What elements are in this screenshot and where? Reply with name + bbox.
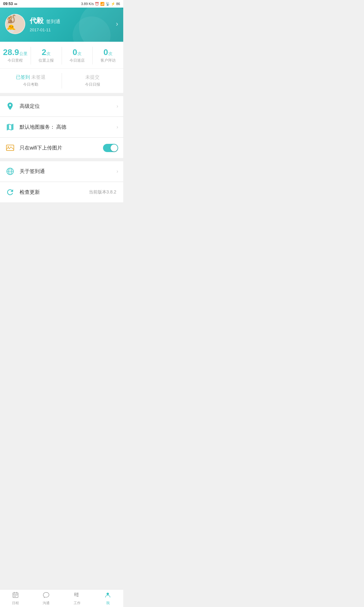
location-label: 高级定位 — [20, 103, 117, 110]
stats-section: 28.9 公里 今日里程 2 次 位置上报 0 次 今日巡店 0 次 客户拜访 — [0, 42, 123, 68]
stat-location-label: 位置上报 — [32, 58, 60, 63]
menu-item-wifi-upload[interactable]: 只在wifi下上传图片 — [0, 138, 123, 158]
section-divider-1 — [0, 93, 123, 96]
attendance-section: 已签到 未签退 今日考勤 未提交 今日日报 — [0, 69, 123, 93]
section-divider-2 — [0, 158, 123, 161]
not-submitted-label: 未提交 — [85, 74, 100, 80]
app-name: 签到通 — [46, 19, 60, 25]
stat-visit-number: 0 — [103, 48, 108, 56]
checkin-status: 已签到 未签退 — [0, 74, 62, 80]
stat-visit-label: 客户拜访 — [94, 58, 122, 63]
menu-item-update[interactable]: 检查更新 当前版本3.8.2 — [0, 182, 123, 202]
location-icon — [5, 101, 15, 111]
stat-mileage-label: 今日里程 — [1, 58, 29, 63]
stat-visit: 0 次 客户拜访 — [93, 47, 123, 64]
svg-point-1 — [8, 146, 9, 148]
signed-label: 已签到 — [16, 74, 30, 80]
stat-mileage: 28.9 公里 今日里程 — [0, 47, 31, 64]
daily-report-label: 今日日报 — [62, 82, 124, 87]
update-label: 检查更新 — [20, 189, 89, 196]
infinity-icon: ∞ — [14, 1, 17, 6]
stat-patrol-unit: 次 — [77, 51, 82, 57]
report-status: 未提交 — [62, 74, 124, 80]
location-arrow-icon: › — [117, 103, 118, 109]
stat-location-number: 2 — [42, 48, 46, 56]
wifi-img-icon — [5, 143, 15, 153]
header-arrow-icon[interactable]: › — [116, 20, 118, 28]
status-time-area: 09:53 ∞ — [3, 1, 17, 6]
menu-item-location[interactable]: 高级定位 › — [0, 96, 123, 117]
about-label: 关于签到通 — [20, 168, 117, 175]
time-display: 09:53 — [3, 2, 13, 6]
user-name: 代毅 — [30, 16, 44, 26]
profile-header[interactable]: 🐒🐣 代毅 签到通 2017-01-11 › — [0, 8, 123, 42]
attendance-checkin: 已签到 未签退 今日考勤 — [0, 73, 62, 89]
about-arrow-icon: › — [117, 169, 118, 174]
map-arrow-icon: › — [117, 124, 118, 130]
stat-visit-unit: 次 — [108, 51, 112, 57]
user-info: 代毅 签到通 2017-01-11 — [30, 16, 60, 32]
signal-icon: 📡 — [106, 2, 110, 6]
menu-section-1: 高级定位 › 默认地图服务： 高德 › 只在wifi下 — [0, 96, 123, 158]
user-date: 2017-01-11 — [30, 28, 60, 32]
avatar: 🐒🐣 — [5, 14, 25, 34]
attendance-today-label: 今日考勤 — [0, 82, 62, 87]
globe-icon — [5, 166, 15, 176]
map-label: 默认地图服务： 高德 — [20, 124, 117, 131]
status-bar: 09:53 ∞ 3.89 K/s ⏰ 📶 📡 ⚡ 86 — [0, 0, 123, 8]
update-version: 当前版本3.8.2 — [89, 189, 116, 195]
attendance-report: 未提交 今日日报 — [62, 73, 124, 89]
menu-item-about[interactable]: 关于签到通 › — [0, 161, 123, 182]
clock-icon: ⏰ — [95, 2, 99, 6]
refresh-icon — [5, 187, 15, 197]
wifi-upload-label: 只在wifi下上传图片 — [20, 145, 103, 151]
map-icon — [5, 122, 15, 132]
stat-patrol-label: 今日巡店 — [63, 58, 91, 63]
stat-patrol-number: 0 — [73, 48, 77, 56]
profile-info: 🐒🐣 代毅 签到通 2017-01-11 — [5, 14, 60, 34]
menu-section-2: 关于签到通 › 检查更新 当前版本3.8.2 — [0, 161, 123, 202]
user-name-row: 代毅 签到通 — [30, 16, 60, 26]
stat-location-unit: 次 — [46, 51, 51, 57]
wifi-icon: 📶 — [100, 2, 105, 6]
battery-level: 86 — [116, 2, 120, 6]
stat-mileage-number: 28.9 — [3, 48, 19, 56]
menu-item-map[interactable]: 默认地图服务： 高德 › — [0, 117, 123, 138]
stat-location: 2 次 位置上报 — [31, 47, 62, 64]
not-signed-out-label: 未签退 — [31, 74, 46, 80]
wifi-upload-toggle[interactable] — [103, 144, 118, 152]
stat-patrol: 0 次 今日巡店 — [62, 47, 93, 64]
network-speed: 3.89 K/s — [81, 2, 94, 6]
status-right-area: 3.89 K/s ⏰ 📶 📡 ⚡ 86 — [81, 2, 120, 6]
bolt-icon: ⚡ — [111, 2, 115, 6]
stat-mileage-unit: 公里 — [19, 51, 27, 57]
